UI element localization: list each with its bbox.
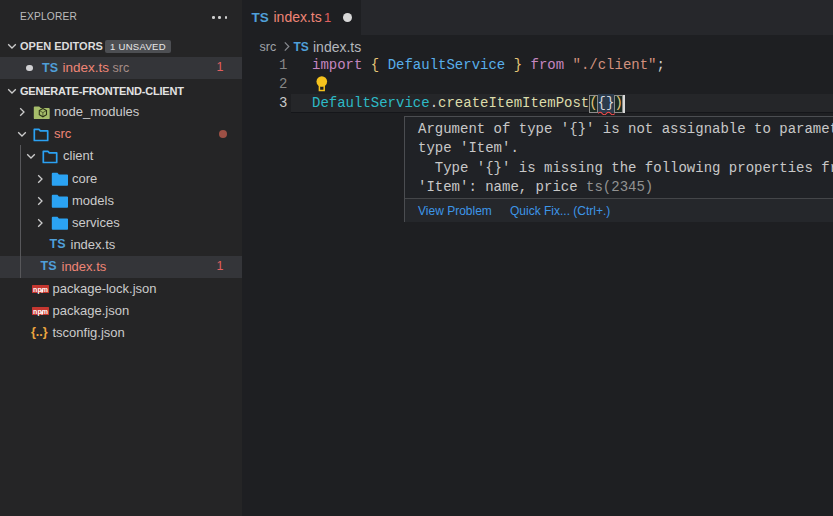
svg-text:npm: npm: [33, 307, 48, 315]
svg-text:npm: npm: [33, 285, 48, 293]
